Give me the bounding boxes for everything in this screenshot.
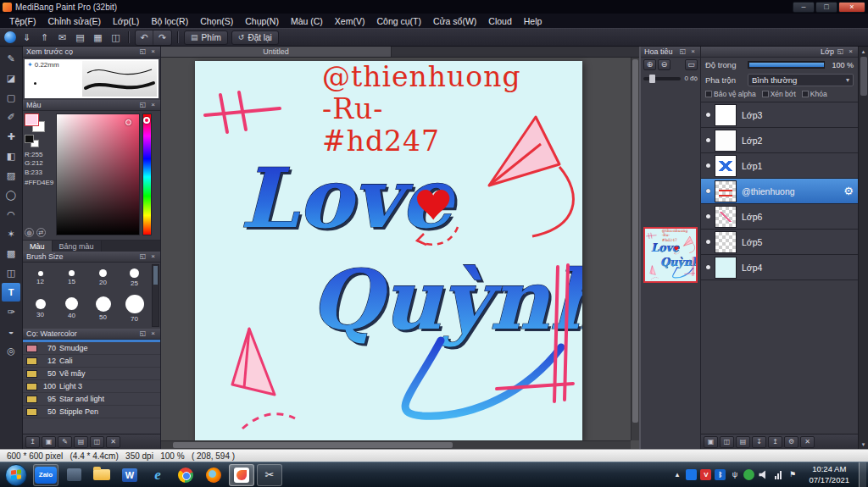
merge-down-button[interactable]: ↧ bbox=[752, 436, 766, 448]
maximize-button[interactable]: □ bbox=[815, 2, 837, 13]
bluetooth-icon[interactable]: ᛒ bbox=[715, 469, 726, 480]
delete-layer-button[interactable]: ✕ bbox=[800, 436, 815, 448]
new-brush-button[interactable]: ▣ bbox=[42, 436, 56, 448]
close-panel-icon[interactable]: × bbox=[149, 253, 157, 260]
unikey-tray-icon[interactable]: V bbox=[700, 469, 711, 480]
brush-size-option[interactable]: 70 bbox=[119, 291, 150, 327]
vertical-scroll-thumb[interactable] bbox=[632, 59, 638, 423]
undo-button[interactable]: ↶ bbox=[136, 30, 153, 45]
layer-visibility-toggle[interactable] bbox=[701, 265, 715, 269]
foreground-color-swatch[interactable] bbox=[25, 113, 39, 126]
menu-item[interactable]: Tệp(F) bbox=[3, 15, 42, 27]
divide-tool[interactable]: ◫ bbox=[2, 263, 20, 282]
menu-item[interactable]: Lớp(L) bbox=[107, 15, 145, 27]
start-button[interactable] bbox=[5, 464, 27, 486]
layer-visibility-toggle[interactable] bbox=[701, 113, 715, 117]
redo-button[interactable]: ↷ bbox=[153, 30, 171, 45]
network-icon[interactable] bbox=[772, 469, 783, 480]
menu-item[interactable]: Cửa sổ(W) bbox=[427, 15, 482, 27]
float-panel-icon[interactable]: ◱ bbox=[139, 102, 147, 108]
zoom-out-button[interactable]: ⊖ bbox=[658, 59, 670, 70]
fill-tool[interactable]: ◧ bbox=[2, 147, 20, 165]
add-brush-button[interactable]: ↥ bbox=[25, 436, 40, 448]
brush-item[interactable]: 50 Vẽ mây bbox=[23, 368, 160, 380]
brush-item[interactable]: 50 Stipple Pen bbox=[23, 406, 160, 418]
fit-view-button[interactable]: ▭ bbox=[685, 59, 698, 70]
menu-item[interactable]: Công cụ(T) bbox=[370, 15, 427, 27]
volume-icon[interactable] bbox=[758, 469, 769, 480]
color-panel-tab[interactable]: Bảng màu bbox=[53, 241, 102, 252]
close-panel-icon[interactable]: × bbox=[689, 48, 697, 55]
layer-folder-button[interactable]: ▤ bbox=[736, 436, 750, 448]
menu-item[interactable]: Cloud bbox=[482, 15, 517, 27]
float-panel-icon[interactable]: ◱ bbox=[679, 48, 687, 55]
close-button[interactable]: × bbox=[838, 2, 865, 13]
brush-item[interactable]: 70 Smudge bbox=[23, 342, 160, 355]
foreground-background-swatches[interactable] bbox=[25, 113, 47, 134]
eraser-tool[interactable]: ◪ bbox=[2, 69, 20, 87]
marquee-select-tool[interactable]: ▢ bbox=[2, 88, 20, 107]
eyedropper-tool[interactable]: ✑ bbox=[2, 302, 20, 321]
layer-visibility-toggle[interactable] bbox=[701, 163, 715, 168]
antivirus-tray-icon[interactable] bbox=[743, 469, 754, 480]
taskbar-word-button[interactable]: W bbox=[117, 464, 142, 486]
brush-size-option[interactable]: 12 bbox=[25, 265, 56, 291]
taskbar-medibang-button[interactable] bbox=[229, 464, 254, 486]
layer-option-checkbox[interactable]: Bảo vệ alpha bbox=[705, 90, 756, 98]
shortcut-keys-button[interactable]: ▤ Phím bbox=[184, 30, 228, 45]
horizontal-scroll-thumb[interactable] bbox=[173, 442, 453, 448]
default-colors-swatch[interactable] bbox=[25, 135, 42, 148]
rotation-slider[interactable] bbox=[643, 77, 681, 80]
edit-brush-button[interactable]: ✎ bbox=[58, 436, 72, 448]
ellipse-select-tool[interactable]: ◯ bbox=[2, 185, 20, 204]
text-tool[interactable]: T bbox=[2, 283, 20, 302]
layer-row[interactable]: Lớp4 ⚙ bbox=[701, 255, 858, 280]
float-panel-icon[interactable]: ◱ bbox=[139, 253, 147, 260]
layer-row[interactable]: Lớp2 ⚙ bbox=[701, 128, 858, 153]
canvas-horizontal-scrollbar[interactable] bbox=[161, 440, 631, 449]
menu-item[interactable]: Xem(V) bbox=[329, 15, 371, 27]
opacity-slider[interactable] bbox=[748, 61, 825, 69]
float-panel-icon[interactable]: ◱ bbox=[837, 48, 844, 55]
menu-item[interactable]: Chỉnh sửa(E) bbox=[42, 15, 107, 27]
layer-row[interactable]: @thienhuong ⚙ bbox=[701, 179, 858, 204]
blend-mode-dropdown[interactable]: Bình thường ▾ bbox=[748, 74, 854, 86]
layer-row[interactable]: Lớp6 ⚙ bbox=[701, 204, 858, 230]
show-desktop-button[interactable] bbox=[859, 462, 866, 487]
menu-item[interactable]: Help bbox=[518, 15, 548, 27]
brush-size-option[interactable]: 30 bbox=[25, 291, 56, 327]
layer-row[interactable]: Lớp5 ⚙ bbox=[701, 230, 858, 255]
color-wheel-icon[interactable]: ◍ bbox=[25, 228, 34, 237]
float-panel-icon[interactable]: ◱ bbox=[139, 48, 147, 55]
publish-icon[interactable]: ⇑ bbox=[37, 30, 52, 45]
brush-size-option[interactable]: 40 bbox=[56, 291, 87, 327]
layer-settings-gear-icon[interactable]: ⚙ bbox=[843, 185, 854, 197]
usb-icon[interactable]: ψ bbox=[729, 469, 740, 480]
brush-item[interactable]: 100 Light 3 bbox=[23, 380, 160, 393]
menu-item[interactable]: Bộ lọc(R) bbox=[145, 15, 194, 27]
navigator-thumbnail[interactable] bbox=[645, 229, 696, 281]
canvas-vertical-scrollbar[interactable] bbox=[631, 58, 639, 440]
taskbar-chrome-button[interactable] bbox=[173, 464, 198, 486]
taskbar-firefox-button[interactable] bbox=[201, 464, 226, 486]
pen-tool[interactable]: ✎ bbox=[2, 49, 20, 68]
brush-size-option[interactable]: 25 bbox=[119, 265, 150, 291]
zoom-in-button[interactable]: ⊕ bbox=[643, 59, 656, 70]
rotation-slider-thumb[interactable] bbox=[649, 75, 655, 83]
brush-size-option[interactable]: 15 bbox=[56, 265, 87, 291]
close-panel-icon[interactable]: × bbox=[149, 102, 157, 108]
brush-tool[interactable]: ✐ bbox=[2, 108, 20, 126]
save-icon[interactable]: ⇓ bbox=[19, 30, 34, 45]
layer-visibility-toggle[interactable] bbox=[701, 240, 715, 244]
layer-visibility-toggle[interactable] bbox=[701, 189, 715, 193]
new-canvas-icon[interactable]: ▤ bbox=[73, 30, 87, 45]
layer-settings-button[interactable]: ⚙ bbox=[784, 436, 798, 448]
move-tool[interactable]: ✚ bbox=[2, 127, 20, 146]
comment-icon[interactable]: ✉ bbox=[55, 30, 70, 45]
layer-option-checkbox[interactable]: Khóa bbox=[802, 90, 827, 98]
panel-scrollbar[interactable]: ▴ ▾ bbox=[858, 47, 868, 449]
brush-item[interactable]: 95 Star and light bbox=[23, 393, 160, 406]
hue-indicator[interactable] bbox=[143, 117, 150, 124]
brush-item[interactable]: 12 Cali bbox=[23, 355, 160, 368]
checkbox-box[interactable] bbox=[705, 91, 712, 97]
